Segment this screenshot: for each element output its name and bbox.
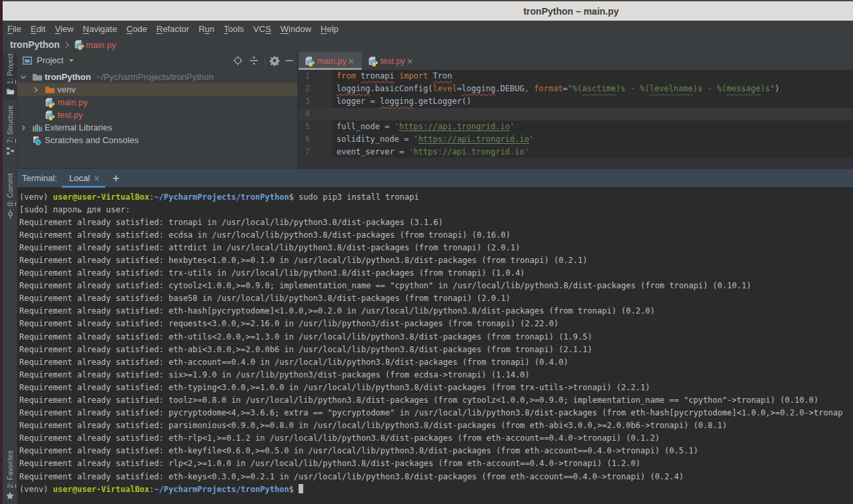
terminal-line: Requirement already satisfied: cytoolz<1…	[19, 280, 853, 292]
menu-edit[interactable]: Edit	[26, 24, 50, 34]
code-line: from tronapi import Tron	[337, 70, 853, 83]
terminal-line: Requirement already satisfied: eth-utils…	[19, 331, 853, 344]
tool-button-project[interactable]: 1: Project	[3, 53, 17, 100]
collapse-all-icon[interactable]	[249, 55, 259, 66]
code-line: logging.basicConfig(level=logging.DEBUG,…	[337, 83, 853, 95]
editor-tab-label: main.py	[317, 57, 347, 66]
terminal-header: Terminal: Local	[17, 168, 853, 187]
project-panel-header: Project	[17, 52, 297, 69]
editor-code: from tronapi import Tronlogging.basicCon…	[337, 70, 853, 158]
terminal-line: (venv) user@user-VirtualBox:~/PycharmPro…	[19, 191, 853, 204]
line-number: 1	[299, 70, 310, 83]
editor-tab-test-py[interactable]: test.py	[362, 52, 421, 70]
menu-tools[interactable]: Tools	[219, 24, 249, 34]
menu-run[interactable]: Run	[194, 24, 219, 34]
project-tree: tronPython~/PycharmProjects/tronPythonve…	[17, 71, 297, 146]
terminal-tab-local[interactable]: Local	[62, 169, 105, 188]
favorites-toolwindow-icon	[5, 491, 15, 501]
structure-toolwindow-icon	[6, 146, 15, 155]
terminal-output[interactable]: (venv) user@user-VirtualBox:~/PycharmPro…	[17, 187, 853, 504]
terminal-line: Requirement already satisfied: rlp<2,>=1…	[19, 457, 853, 470]
tool-window-strip: 1: Project7: Structure0: Commit2: Favori…	[3, 52, 17, 504]
tree-item-path: ~/PycharmProjects/tronPython	[96, 72, 213, 82]
terminal-line: Requirement already satisfied: pycryptod…	[19, 407, 853, 419]
tree-item-scratches-and-consoles[interactable]: Scratches and Consoles	[17, 134, 297, 146]
project-tab-icon	[22, 55, 33, 66]
terminal-line: [sudo] пароль для user:	[19, 204, 853, 216]
menu-help[interactable]: Help	[316, 24, 343, 34]
editor-tab-bar: main.pytest.py	[299, 52, 853, 70]
python-file-icon	[305, 56, 315, 67]
menu-refactor[interactable]: Refactor	[152, 24, 194, 34]
terminal-line: Requirement already satisfied: eth-typin…	[19, 381, 853, 394]
tree-item-test-py[interactable]: test.py	[17, 109, 297, 121]
tool-button-label: 0: Commit	[6, 173, 14, 206]
project-panel: Project tronPython~/PycharmProjects/tron…	[17, 52, 297, 168]
editor-bottom-strip	[299, 158, 853, 168]
tool-button-label: 2: Favorites	[6, 450, 14, 488]
menu-code[interactable]: Code	[122, 24, 152, 34]
commit-toolwindow-icon	[6, 210, 15, 218]
menu-navigate[interactable]: Navigate	[78, 24, 121, 34]
terminal-line: (venv) user@user-VirtualBox:~/PycharmPro…	[19, 483, 853, 496]
terminal-line: Requirement already satisfied: tronapi i…	[19, 216, 853, 229]
terminal-line: Requirement already satisfied: parsimoni…	[19, 419, 853, 432]
close-icon[interactable]	[407, 58, 413, 65]
line-number: 4	[299, 108, 310, 121]
terminal-line: Requirement already satisfied: hexbytes<…	[19, 254, 853, 267]
chevron-spacer	[19, 136, 27, 144]
editor-tab-main-py[interactable]: main.py	[299, 52, 362, 70]
python-file-icon	[368, 56, 379, 67]
chevron-down-icon[interactable]	[19, 73, 27, 81]
line-number: 6	[299, 133, 310, 146]
tree-item-main-py[interactable]: main.py	[17, 96, 297, 109]
terminal-label: Terminal:	[22, 173, 57, 183]
breadcrumb-project[interactable]: tronPython	[10, 39, 60, 50]
tool-button-favorites[interactable]: 2: Favorites	[3, 450, 17, 504]
library-icon	[32, 123, 43, 133]
python-file-icon	[45, 110, 55, 121]
close-icon[interactable]	[93, 175, 100, 182]
editor-tab-label: test.py	[381, 57, 405, 66]
tool-button-label: 1: Project	[6, 53, 14, 84]
project-toolwindow-icon	[6, 87, 15, 96]
tree-item-tronpython[interactable]: tronPython~/PycharmProjects/tronPython	[17, 71, 297, 83]
terminal-line: Requirement already satisfied: trx-utils…	[19, 267, 853, 280]
project-panel-toolbar	[227, 55, 295, 66]
code-line: full_node = 'https://api.trongrid.io'	[337, 121, 853, 133]
tool-button-structure[interactable]: 7: Structure	[3, 105, 17, 165]
locate-icon[interactable]	[233, 55, 243, 66]
terminal-line: Requirement already satisfied: eth-hash[…	[19, 305, 853, 318]
chevron-right-icon[interactable]	[32, 86, 40, 94]
line-number: 7	[299, 146, 310, 158]
code-line: event_server = 'https://api.trongrid.io'	[337, 146, 853, 158]
project-panel-title[interactable]: Project	[37, 55, 63, 65]
chevron-right-icon[interactable]	[19, 124, 27, 132]
settings-icon[interactable]	[269, 55, 280, 66]
terminal-line: Requirement already satisfied: six>=1.9.…	[19, 369, 853, 381]
toolbar-separator	[265, 55, 265, 66]
hide-icon[interactable]	[284, 55, 295, 66]
menu-window[interactable]: Window	[276, 24, 316, 34]
add-terminal-icon[interactable]	[112, 174, 120, 182]
tree-item-label: main.py	[57, 97, 88, 107]
breadcrumb-file[interactable]: main.py	[86, 40, 117, 50]
tree-item-label: tronPython	[45, 72, 91, 82]
code-line: logger = logging.getLogger()	[337, 95, 853, 108]
line-number: 5	[299, 121, 310, 133]
close-icon[interactable]	[348, 58, 355, 65]
tree-item-venv[interactable]: venv	[17, 83, 297, 96]
tool-button-commit[interactable]: 0: Commit	[3, 173, 17, 220]
tree-item-label: test.py	[57, 110, 83, 120]
title-bar[interactable]: tronPython – main.py	[0, 0, 853, 21]
scratches-icon	[32, 135, 43, 146]
python-file-icon	[74, 39, 85, 50]
terminal-line: Requirement already satisfied: eth-accou…	[19, 356, 853, 369]
tree-item-external-libraries[interactable]: External Libraries	[17, 121, 297, 134]
editor[interactable]: 1234567 from tronapi import Tronlogging.…	[299, 70, 853, 158]
menu-view[interactable]: View	[50, 24, 78, 34]
breadcrumb: tronPython main.py	[3, 37, 853, 52]
menu-file[interactable]: File	[3, 24, 26, 34]
chevron-down-icon[interactable]	[68, 57, 75, 64]
menu-vcs[interactable]: VCS	[249, 24, 276, 34]
